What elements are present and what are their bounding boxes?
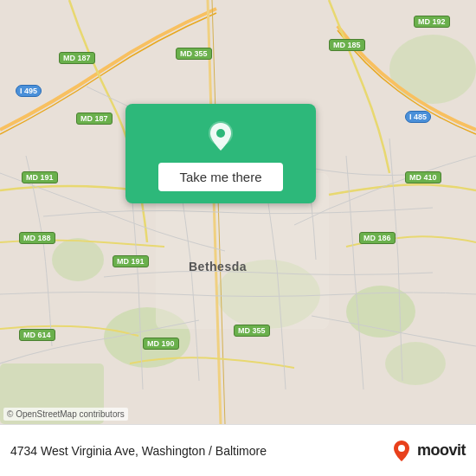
moovit-label: moovit bbox=[417, 441, 466, 460]
map-container: I 495 MD 187 MD 355 MD 185 MD 192 MD 187… bbox=[0, 0, 476, 424]
bottom-bar: 4734 West Virginia Ave, Washington / Bal… bbox=[0, 424, 476, 476]
road-badge-md190: MD 190 bbox=[143, 338, 179, 350]
road-badge-i495: I 495 bbox=[16, 85, 42, 97]
road-badge-md192: MD 192 bbox=[414, 16, 450, 28]
svg-point-7 bbox=[385, 342, 446, 385]
road-badge-md355-1: MD 355 bbox=[176, 48, 212, 60]
attribution-text: © OpenStreetMap contributors bbox=[7, 409, 125, 419]
city-label: Bethesda bbox=[189, 260, 247, 273]
road-badge-md188: MD 188 bbox=[19, 232, 55, 244]
take-me-there-button[interactable]: Take me there bbox=[158, 163, 282, 191]
road-badge-md355-2: MD 355 bbox=[234, 325, 270, 337]
location-card[interactable]: Take me there bbox=[125, 104, 316, 203]
road-badge-md185: MD 185 bbox=[329, 39, 365, 51]
moovit-pin-icon bbox=[389, 439, 414, 463]
road-badge-md186: MD 186 bbox=[359, 232, 396, 244]
road-badge-md187-2: MD 187 bbox=[76, 113, 113, 125]
road-badge-md187-1: MD 187 bbox=[59, 52, 95, 64]
svg-point-4 bbox=[52, 238, 104, 281]
osm-attribution: © OpenStreetMap contributors bbox=[3, 408, 128, 421]
road-badge-md191-1: MD 191 bbox=[22, 171, 58, 183]
road-badge-md191-2: MD 191 bbox=[113, 255, 149, 267]
road-badge-md614: MD 614 bbox=[19, 329, 55, 341]
moovit-logo: moovit bbox=[389, 439, 466, 463]
svg-point-10 bbox=[216, 129, 225, 138]
road-badge-md410: MD 410 bbox=[405, 171, 441, 183]
road-badge-i485: I 485 bbox=[405, 111, 431, 123]
address-text: 4734 West Virginia Ave, Washington / Bal… bbox=[10, 444, 267, 458]
svg-point-11 bbox=[398, 445, 405, 452]
location-pin-icon bbox=[202, 118, 240, 156]
